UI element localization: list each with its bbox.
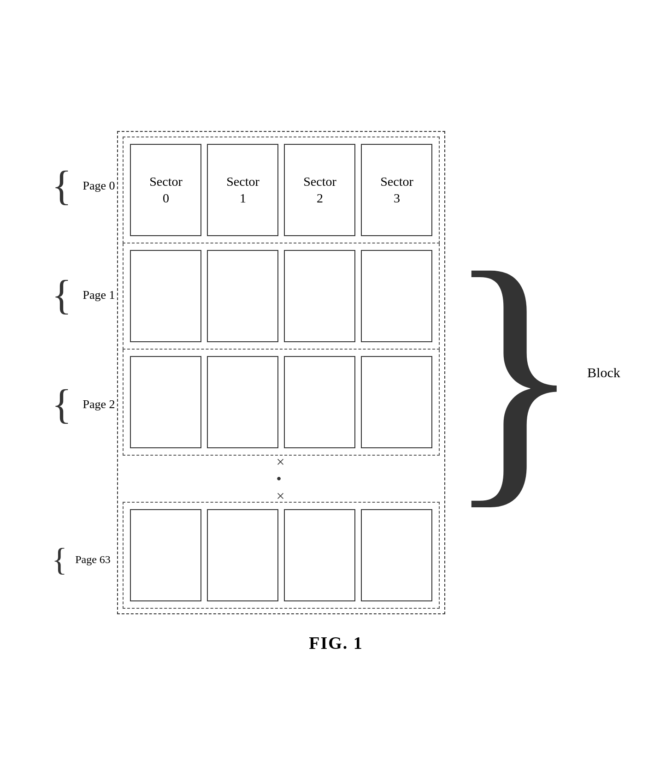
sector-0-3: Sector3 (361, 144, 432, 236)
page-label-row-0: {Page 0 (52, 131, 115, 240)
sector-3-0 (130, 509, 201, 601)
block-brace-area: } Block (445, 251, 620, 494)
left-side-labels: {Page 0{Page 1{Page 2{Page 63 (52, 131, 115, 614)
sector-3-2 (284, 509, 355, 601)
sector-2-2 (284, 356, 355, 448)
brace-left-0: { (52, 165, 71, 207)
page-row-0: Sector0Sector1Sector2Sector3 (123, 137, 440, 244)
page-label-text-0: Page 0 (73, 179, 115, 193)
page-row-2 (123, 350, 440, 456)
sector-3-3 (361, 509, 432, 601)
page-label-row-1: {Page 1 (52, 240, 115, 350)
block-brace-right: } (445, 251, 583, 494)
page-row-1 (123, 244, 440, 350)
page-label-text-1: Page 1 (73, 288, 115, 302)
sector-0-1: Sector1 (207, 144, 278, 236)
page-label-text-3: Page 63 (69, 553, 111, 566)
sector-1-3 (361, 250, 432, 342)
diagram-wrapper: {Page 0{Page 1{Page 2{Page 63 Sector0Sec… (52, 131, 620, 653)
sector-0-0: Sector0 (130, 144, 201, 236)
fig-caption: FIG. 1 (309, 633, 363, 653)
page-container: {Page 0{Page 1{Page 2{Page 63 Sector0Sec… (0, 0, 672, 784)
sector-2-3 (361, 356, 432, 448)
pages-and-block: {Page 0{Page 1{Page 2{Page 63 Sector0Sec… (52, 131, 620, 614)
page-label-row-3: {Page 63 (52, 505, 115, 614)
ellipsis-row: ×•× (123, 456, 440, 502)
sector-2-1 (207, 356, 278, 448)
sector-0-2: Sector2 (284, 144, 355, 236)
page-label-text-2: Page 2 (73, 398, 115, 411)
brace-left-3: { (52, 544, 67, 576)
main-block: Sector0Sector1Sector2Sector3×•× (117, 131, 445, 614)
block-label: Block (587, 365, 620, 380)
sector-1-1 (207, 250, 278, 342)
sector-2-0 (130, 356, 201, 448)
sector-1-2 (284, 250, 355, 342)
brace-left-2: { (52, 384, 71, 425)
sector-1-0 (130, 250, 201, 342)
sector-3-1 (207, 509, 278, 601)
page-label-row-2: {Page 2 (52, 350, 115, 459)
page-row-3 (123, 502, 440, 609)
brace-left-1: { (52, 274, 71, 316)
